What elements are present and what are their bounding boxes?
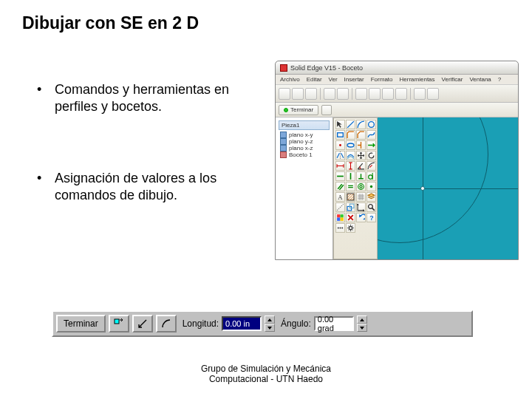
toolbar-button[interactable] [355,88,367,100]
tool-constrain-concentric-icon[interactable] [356,182,366,191]
main-toolbar [276,85,518,103]
tool-construction-icon[interactable] [335,202,345,212]
line-mode-button[interactable] [132,315,153,332]
tool-move-icon[interactable] [356,151,366,160]
tool-hatch-icon[interactable] [346,192,355,202]
spin-up-icon[interactable] [265,316,275,324]
tool-mirror-icon[interactable] [335,151,345,160]
tool-color-icon[interactable] [335,213,345,222]
toolbar-button[interactable] [279,88,290,100]
tree-label: Boceto 1 [289,151,313,158]
options-button[interactable] [109,315,129,332]
tool-delete-icon[interactable] [346,213,355,222]
tool-ellipse-icon[interactable] [346,140,355,150]
terminar-button[interactable]: Terminar [279,105,318,115]
tool-offset-icon[interactable] [346,151,355,160]
tool-extend-icon[interactable] [366,140,376,150]
angulo-input[interactable]: 0.00 grad [314,316,354,331]
tool-dim-horizontal-icon[interactable] [335,161,345,171]
toolbar-button[interactable] [305,88,317,100]
separator [320,88,321,100]
tool-circle-icon[interactable] [366,120,376,129]
menu-item[interactable]: Formato [371,76,393,83]
tool-rect-icon[interactable] [335,130,345,140]
spin-up-icon[interactable] [357,316,367,324]
toolbar-button[interactable] [324,88,335,100]
window-title: Solid Edge V15 - Boceto [290,64,363,72]
menu-item[interactable]: Editar [307,76,322,83]
svg-point-20 [340,228,341,229]
tree-node[interactable]: plano y-z [279,138,330,145]
drawing-canvas[interactable]: Pieza1: Boceto [378,117,518,259]
tree-node[interactable]: Boceto 1 [279,151,330,158]
menu-item[interactable]: Herramientas [400,76,435,83]
menu-item[interactable]: Insertar [344,76,364,83]
tree-label: plano x-y [289,132,313,138]
svg-text:A: A [338,194,343,201]
angulo-spinner[interactable] [357,316,367,332]
svg-point-13 [369,205,373,209]
tool-dim-radius-icon[interactable] [366,161,376,171]
menu-item[interactable]: Ver [329,76,338,83]
tool-more-icon[interactable] [335,223,345,233]
svg-rect-2 [338,133,344,137]
svg-point-22 [349,226,352,229]
tool-zoom-icon[interactable] [366,202,376,212]
slide-title: Dibujar con SE en 2 D [22,13,199,33]
tool-constrain-parallel-icon[interactable] [335,182,345,191]
tool-spline-icon[interactable] [366,130,376,140]
button-label: Terminar [290,106,313,113]
toolbar-button[interactable] [369,88,381,100]
tree-node[interactable]: plano x-y [279,132,330,138]
longitud-label: Longitud: [183,318,219,329]
tool-constrain-equal-icon[interactable] [346,182,355,191]
svg-point-4 [347,143,354,147]
tool-layers-icon[interactable] [366,192,376,202]
menu-item[interactable]: Ventana [469,76,491,83]
tool-constrain-perp-icon[interactable] [356,171,366,181]
longitud-input[interactable]: 0.00 in [222,316,262,331]
input-value: 0.00 grad [318,315,350,332]
tool-point-icon[interactable] [335,140,345,150]
tool-trim-icon[interactable] [356,140,366,150]
tool-arc-icon[interactable] [356,120,366,129]
tool-select-icon[interactable] [335,120,345,129]
tool-undo-icon[interactable] [356,213,366,222]
toolbar-button[interactable] [427,88,439,100]
tool-constrain-h-icon[interactable] [335,171,345,181]
longitud-spinner[interactable] [265,316,275,332]
tool-chamfer-icon[interactable] [356,130,366,140]
tool-text-icon[interactable]: A [335,192,345,202]
spin-down-icon[interactable] [357,324,367,332]
ribbon-button[interactable] [321,105,332,115]
arc-mode-button[interactable] [156,315,177,332]
tool-project-icon[interactable] [346,202,355,212]
spin-down-icon[interactable] [265,324,275,332]
svg-rect-15 [341,214,344,217]
tool-dim-angle-icon[interactable] [356,161,366,171]
toolbar-button[interactable] [337,88,349,100]
tool-constrain-v-icon[interactable] [346,171,355,181]
tool-settings-icon[interactable] [346,223,355,233]
tool-grid-icon[interactable] [356,192,366,202]
svg-rect-16 [337,218,340,221]
tool-fillet-icon[interactable] [346,130,355,140]
menu-item[interactable]: Archivo [280,76,300,83]
toolbar-button[interactable] [414,88,426,100]
tool-rotate-icon[interactable] [366,151,376,160]
tool-axis-icon[interactable] [356,202,366,212]
menu-item[interactable]: ? [498,76,501,83]
tree-root[interactable]: Pieza1 [279,120,330,130]
toolbar-button[interactable] [292,88,304,100]
toolbar-button[interactable] [395,88,407,100]
tool-help-icon[interactable]: ? [366,213,376,222]
tool-line-icon[interactable] [346,120,355,129]
tool-constrain-coincident-icon[interactable] [366,182,376,191]
sketch-icon [280,151,287,158]
tree-node[interactable]: plano x-z [279,145,330,151]
tool-dim-vertical-icon[interactable] [346,161,355,171]
tool-constrain-tangent-icon[interactable] [366,171,376,181]
toolbar-button[interactable] [382,88,394,100]
terminar-button[interactable]: Terminar [56,315,106,332]
menu-item[interactable]: Verificar [442,76,463,83]
